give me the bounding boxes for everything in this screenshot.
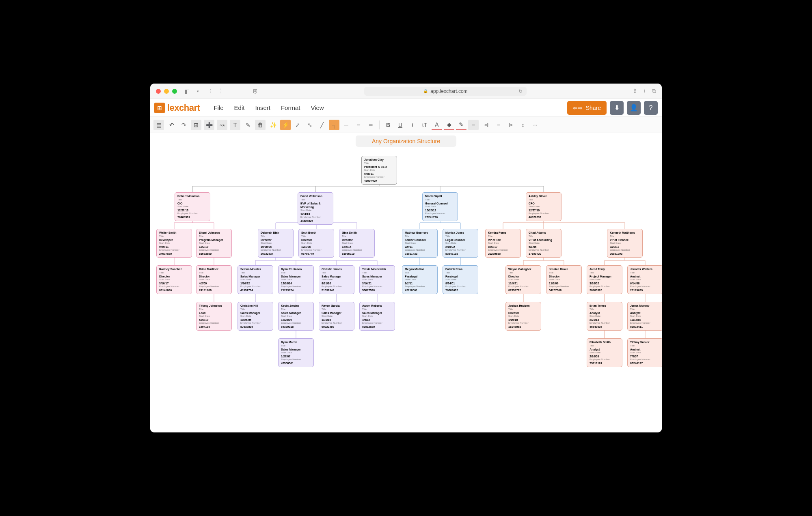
org-node[interactable]: David WilkinsonTitleEVP of Sales & Marke… bbox=[298, 192, 333, 225]
emp-value: 41951734 bbox=[240, 288, 270, 292]
menu-edit[interactable]: Edit bbox=[234, 104, 245, 111]
trash-icon[interactable]: 🗑 bbox=[255, 120, 266, 130]
maximize-icon[interactable] bbox=[172, 89, 177, 94]
org-node[interactable]: Ashley OliverTitleCFOStart Date12/27/10E… bbox=[526, 192, 561, 221]
text-color-icon[interactable]: A bbox=[432, 120, 442, 130]
org-node[interactable]: Deborah BlairTitleDirectorStart Date10/3… bbox=[258, 229, 294, 258]
menu-view[interactable]: View bbox=[311, 104, 324, 111]
line-straight-icon[interactable]: ╱ bbox=[317, 120, 327, 130]
org-node[interactable]: Kendra PerezTitleVP of TaxStart Date8/23… bbox=[485, 229, 521, 258]
bold-icon[interactable]: B bbox=[383, 120, 393, 130]
tabs-icon[interactable]: ⧉ bbox=[652, 88, 656, 95]
share-icon[interactable]: ⇪ bbox=[633, 88, 637, 95]
org-node[interactable]: Ryan RobinsonTitleSales ManagerStart Dat… bbox=[278, 265, 314, 294]
org-node[interactable]: Ryan MartinTitleSales ManagerStart Date1… bbox=[278, 338, 314, 367]
emp-value: 82353722 bbox=[508, 288, 538, 292]
user-button[interactable]: 👤 bbox=[627, 101, 641, 115]
org-node[interactable]: Christine HillTitleSales ManagerStart Da… bbox=[238, 302, 273, 331]
org-node[interactable]: Monica JonesTitleLegal CounselStart Date… bbox=[443, 229, 478, 258]
org-node[interactable]: Brian MartinezTitleDirectorStart Date4/2… bbox=[196, 265, 232, 294]
border-color-icon[interactable]: ✎ bbox=[456, 120, 466, 130]
logo[interactable]: ⊞ lexchart bbox=[154, 103, 200, 113]
org-node[interactable]: Patrick PenaTitleParalegalStart Date8/24… bbox=[443, 265, 478, 294]
org-node[interactable]: Jonathan ClayTitlePresident & CEOStart D… bbox=[361, 156, 397, 185]
line-elbow-icon[interactable]: ┐ bbox=[329, 120, 339, 130]
underline-icon[interactable]: U bbox=[395, 120, 406, 130]
chevron-down-icon[interactable]: ▾ bbox=[197, 89, 199, 93]
distribute-v-icon[interactable]: ↕ bbox=[518, 120, 528, 130]
auto-layout-icon[interactable]: ⚡ bbox=[280, 120, 291, 130]
align-h-right-icon[interactable]: ⫸ bbox=[505, 120, 516, 130]
align-left-icon[interactable]: ≡ bbox=[468, 120, 479, 130]
align-h-center-icon[interactable]: ≡ bbox=[493, 120, 504, 130]
start-value: 3/26/02 bbox=[590, 282, 620, 285]
org-node[interactable]: Brian TorresTitleAnalystStart Date2/21/1… bbox=[587, 302, 622, 331]
text-size-icon[interactable]: tT bbox=[419, 120, 430, 130]
org-node[interactable]: Chad AdamsTitleVP of AccountingStart Dat… bbox=[526, 229, 561, 258]
align-h-left-icon[interactable]: ⫷ bbox=[481, 120, 492, 130]
grid-icon[interactable]: ⊞ bbox=[191, 120, 201, 130]
add-node-icon[interactable]: ➕ bbox=[204, 120, 214, 130]
org-node[interactable]: Mathew GuerreroTitleSenior CounselStart … bbox=[402, 229, 438, 258]
text-box-icon[interactable]: T bbox=[230, 120, 240, 130]
org-node[interactable]: Seth BoothTitleDirectorStart Date12/1/06… bbox=[298, 229, 334, 258]
minimize-icon[interactable] bbox=[164, 89, 169, 94]
collapse-icon[interactable]: ⤡ bbox=[304, 120, 315, 130]
refresh-icon[interactable]: ↻ bbox=[518, 88, 523, 94]
org-node[interactable]: Selena MoralesTitleSales ManagerStart Da… bbox=[238, 265, 273, 294]
close-icon[interactable] bbox=[156, 89, 161, 94]
download-button[interactable]: ⬇ bbox=[610, 101, 624, 115]
new-tab-icon[interactable]: + bbox=[643, 88, 646, 95]
share-button[interactable]: ⇦⇨ Share bbox=[567, 101, 607, 115]
org-node[interactable]: Jessica BakerTitleDirectorStart Date11/2… bbox=[546, 265, 582, 294]
org-node[interactable]: Rodney SanchezTitleDirectorStart Date3/1… bbox=[156, 265, 192, 294]
node-name: Mathew Guerrero bbox=[405, 231, 435, 234]
undo-icon[interactable]: ↶ bbox=[166, 120, 177, 130]
org-node[interactable]: Travis MccormickTitleSales ManagerStart … bbox=[359, 265, 395, 294]
help-button[interactable]: ? bbox=[644, 101, 658, 115]
line-solid-icon[interactable]: ─ bbox=[341, 120, 352, 130]
shield-icon[interactable]: ⛨ bbox=[253, 88, 258, 95]
emp-value: 71213674 bbox=[281, 288, 311, 292]
url-field[interactable]: 🔒 app.lexchart.com ↻ bbox=[364, 87, 527, 96]
magic-icon[interactable]: ✨ bbox=[268, 120, 279, 130]
org-node[interactable]: Walter SmithTitleDeveloperStart Date9/29… bbox=[156, 229, 192, 258]
node-name: David Wilkinson bbox=[300, 194, 330, 198]
back-icon[interactable]: 〈 bbox=[206, 88, 212, 95]
connector-icon[interactable]: ↝ bbox=[217, 120, 227, 130]
org-node[interactable]: Aaron RobertsTitleSales ManagerStart Dat… bbox=[359, 302, 395, 331]
org-node[interactable]: Wayne GallagherTitleDirectorStart Date11… bbox=[505, 265, 541, 294]
org-node[interactable]: Jenna MorenoTitleAnalystStart Date10/14/… bbox=[627, 302, 662, 331]
menu-file[interactable]: File bbox=[214, 104, 223, 111]
line-weight-icon[interactable]: ━ bbox=[365, 120, 376, 130]
italic-icon[interactable]: I bbox=[407, 120, 418, 130]
org-node[interactable]: Sherri JohnsonTitleProgram ManagerStart … bbox=[196, 229, 232, 258]
forward-icon[interactable]: 〉 bbox=[219, 88, 225, 95]
org-node[interactable]: Nicole WyattTitleGeneral CounselStart Da… bbox=[422, 192, 458, 221]
pencil-icon[interactable]: ✎ bbox=[243, 120, 253, 130]
org-node[interactable]: Kevin JordanTitleSales ManagerStart Date… bbox=[278, 302, 314, 331]
expand-icon[interactable]: ⤢ bbox=[292, 120, 303, 130]
org-node[interactable]: Megan MedinaTitleParalegalStart Date9/2/… bbox=[402, 265, 438, 294]
org-node[interactable]: Raven GarciaTitleSales ManagerStart Date… bbox=[319, 302, 354, 331]
org-node[interactable]: Jared TerryTitleProject ManagerStart Dat… bbox=[587, 265, 622, 294]
org-node[interactable]: Kenneth MatthewsTitleVP of FinanceStart … bbox=[607, 229, 643, 258]
fill-color-icon[interactable]: ◆ bbox=[444, 120, 454, 130]
org-node[interactable]: Jennifer WintersTitleAnalystStart Date6/… bbox=[627, 265, 662, 294]
canvas[interactable]: Any Organization Structure Jonathan Clay… bbox=[150, 133, 662, 432]
panel-icon[interactable]: ▤ bbox=[153, 120, 164, 130]
org-node[interactable]: Joshua HudsonTitleDirectorStart Date1/19… bbox=[505, 302, 541, 331]
org-node[interactable]: Tiffany JohnstonTitleLeadStart Date5/28/… bbox=[196, 302, 232, 331]
org-node[interactable]: Tiffany SuarezTitleAnalystStart Date7/5/… bbox=[627, 338, 662, 367]
org-node[interactable]: Christie JamesTitleSales ManagerStart Da… bbox=[319, 265, 354, 294]
org-node[interactable]: Robert McmillanTitleCIOStart Date12/27/1… bbox=[175, 192, 210, 221]
org-node[interactable]: Gina SmithTitleDirectorStart Date12/5/15… bbox=[339, 229, 375, 258]
distribute-h-icon[interactable]: ↔ bbox=[530, 120, 540, 130]
redo-icon[interactable]: ↷ bbox=[179, 120, 189, 130]
org-node[interactable]: Elizabeth SmithTitleAnalystStart Date2/1… bbox=[587, 338, 622, 367]
menu-format[interactable]: Format bbox=[281, 104, 300, 111]
title-label: Title bbox=[590, 271, 620, 275]
sidebar-icon[interactable]: ◧ bbox=[184, 88, 190, 95]
line-dashed-icon[interactable]: ┄ bbox=[353, 120, 364, 130]
menu-insert[interactable]: Insert bbox=[255, 104, 270, 111]
